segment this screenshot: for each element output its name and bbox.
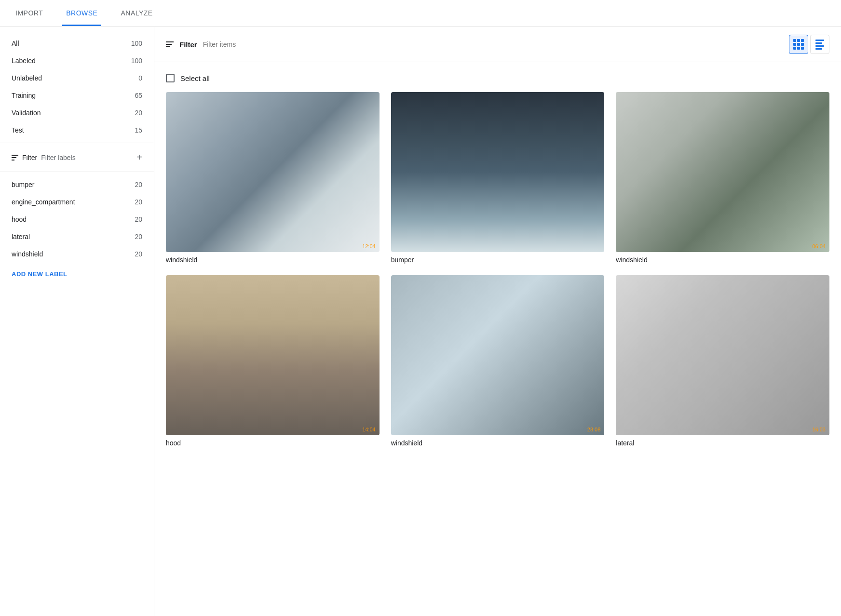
sidebar-test-label: Test xyxy=(12,126,24,134)
filter-icon[interactable] xyxy=(12,155,18,161)
grid-view-button[interactable] xyxy=(789,35,808,54)
content-filter-icon[interactable] xyxy=(166,41,174,47)
image-card-2[interactable]: 06:04 windshield xyxy=(616,92,829,264)
filter-labels-text: Filter labels xyxy=(41,154,133,161)
tab-analyze[interactable]: ANALYZE xyxy=(117,1,156,26)
image-label-1: bumper xyxy=(391,256,605,264)
sidebar-labeled-label: Labeled xyxy=(12,57,36,65)
tab-browse[interactable]: BROWSE xyxy=(62,1,101,26)
filter-labels-row: Filter Filter labels + xyxy=(0,147,154,168)
list-view-button[interactable] xyxy=(810,35,829,54)
sidebar-training-label: Training xyxy=(12,92,36,99)
sidebar-test-count: 15 xyxy=(135,126,142,134)
image-label-3: hood xyxy=(166,439,380,447)
content-area: Filter xyxy=(154,27,841,616)
image-thumbnail-0: 12:04 xyxy=(166,92,380,252)
sidebar-labeled-count: 100 xyxy=(131,57,142,65)
sidebar-training-count: 65 xyxy=(135,92,142,99)
add-label-button[interactable]: + xyxy=(136,152,142,163)
sidebar-validation-count: 20 xyxy=(135,109,142,117)
sidebar: All 100 Labeled 100 Unlabeled 0 Training… xyxy=(0,27,154,616)
sidebar-validation-label: Validation xyxy=(12,109,41,117)
label-bumper-count: 20 xyxy=(135,181,142,188)
sidebar-all-count: 100 xyxy=(131,40,142,47)
sidebar-unlabeled-label: Unlabeled xyxy=(12,74,42,82)
image-card-3[interactable]: 14:04 hood xyxy=(166,275,380,447)
select-all-label: Select all xyxy=(180,74,210,82)
sidebar-divider-1 xyxy=(0,143,154,143)
view-toggle xyxy=(789,35,829,54)
image-timestamp-5: 16:03 xyxy=(812,427,826,432)
image-thumbnail-5: 16:03 xyxy=(616,275,829,435)
image-grid: Select all 12:04 windshield bumper xyxy=(154,62,841,458)
sidebar-item-lateral[interactable]: lateral 20 xyxy=(0,228,154,245)
image-label-0: windshield xyxy=(166,256,380,264)
label-engine-compartment-count: 20 xyxy=(135,198,142,206)
sidebar-divider-2 xyxy=(0,172,154,172)
label-windshield: windshield xyxy=(12,250,43,258)
filter-bar: Filter xyxy=(154,27,841,62)
sidebar-item-training[interactable]: Training 65 xyxy=(0,87,154,104)
sidebar-item-unlabeled[interactable]: Unlabeled 0 xyxy=(0,69,154,87)
sidebar-item-test[interactable]: Test 15 xyxy=(0,121,154,139)
add-new-label-button[interactable]: ADD NEW LABEL xyxy=(0,263,154,285)
images-container: 12:04 windshield bumper 06:04 windshield xyxy=(166,92,829,447)
grid-icon xyxy=(793,39,804,50)
sidebar-all-label: All xyxy=(12,40,19,47)
image-label-2: windshield xyxy=(616,256,829,264)
sidebar-item-hood[interactable]: hood 20 xyxy=(0,211,154,228)
label-lateral: lateral xyxy=(12,233,30,241)
image-timestamp-4: 28:08 xyxy=(587,427,601,432)
select-all-row: Select all xyxy=(166,74,829,82)
image-card-1[interactable]: bumper xyxy=(391,92,605,264)
image-card-4[interactable]: 28:08 windshield xyxy=(391,275,605,447)
label-hood-count: 20 xyxy=(135,215,142,223)
sidebar-unlabeled-count: 0 xyxy=(138,74,142,82)
sidebar-item-engine-compartment[interactable]: engine_compartment 20 xyxy=(0,193,154,211)
main-layout: All 100 Labeled 100 Unlabeled 0 Training… xyxy=(0,27,841,616)
select-all-checkbox[interactable] xyxy=(166,74,175,82)
label-bumper: bumper xyxy=(12,181,34,188)
sidebar-item-windshield[interactable]: windshield 20 xyxy=(0,245,154,263)
image-label-5: lateral xyxy=(616,439,829,447)
image-timestamp-2: 06:04 xyxy=(812,243,826,249)
image-label-4: windshield xyxy=(391,439,605,447)
top-navigation: IMPORT BROWSE ANALYZE xyxy=(0,0,841,27)
image-thumbnail-4: 28:08 xyxy=(391,275,605,435)
image-thumbnail-3: 14:04 xyxy=(166,275,380,435)
image-timestamp-0: 12:04 xyxy=(362,243,376,249)
image-thumbnail-2: 06:04 xyxy=(616,92,829,252)
image-card-5[interactable]: 16:03 lateral xyxy=(616,275,829,447)
label-windshield-count: 20 xyxy=(135,250,142,258)
filter-input[interactable] xyxy=(203,40,783,48)
image-timestamp-3: 14:04 xyxy=(362,427,376,432)
label-hood: hood xyxy=(12,215,27,223)
tab-import[interactable]: IMPORT xyxy=(12,1,47,26)
label-lateral-count: 20 xyxy=(135,233,142,241)
sidebar-item-labeled[interactable]: Labeled 100 xyxy=(0,52,154,69)
filter-label: Filter xyxy=(22,154,37,161)
sidebar-item-validation[interactable]: Validation 20 xyxy=(0,104,154,121)
list-icon xyxy=(815,40,824,50)
content-filter-label: Filter xyxy=(179,40,197,49)
image-card-0[interactable]: 12:04 windshield xyxy=(166,92,380,264)
image-thumbnail-1 xyxy=(391,92,605,252)
sidebar-item-bumper[interactable]: bumper 20 xyxy=(0,176,154,193)
label-engine-compartment: engine_compartment xyxy=(12,198,75,206)
sidebar-item-all[interactable]: All 100 xyxy=(0,35,154,52)
